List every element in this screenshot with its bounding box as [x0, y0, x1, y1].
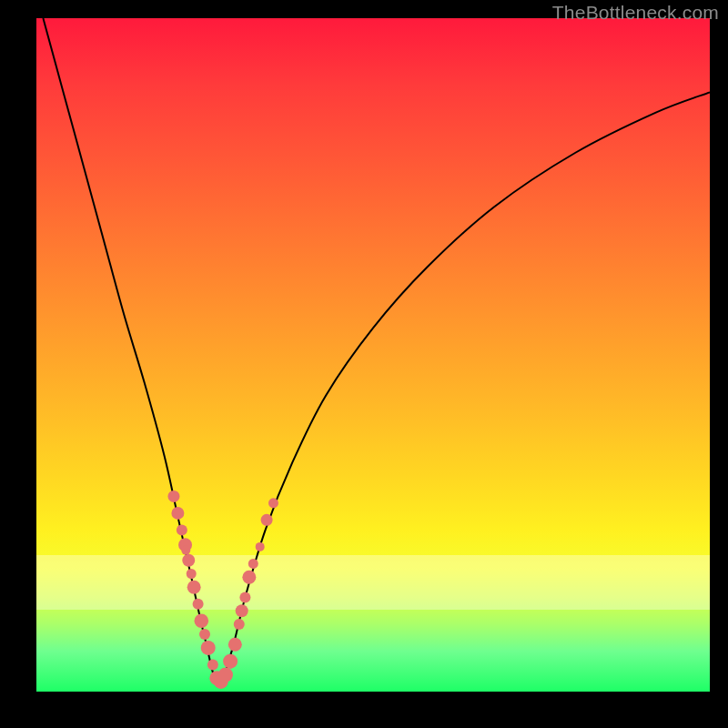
data-marker	[242, 571, 256, 584]
marker-cluster	[167, 490, 278, 689]
data-marker	[195, 614, 209, 629]
data-marker	[187, 569, 197, 579]
data-marker	[218, 668, 233, 682]
data-marker	[193, 599, 204, 610]
data-marker	[268, 498, 278, 508]
data-marker	[261, 514, 273, 526]
data-marker	[228, 638, 242, 652]
data-marker	[236, 604, 248, 617]
data-marker	[207, 659, 218, 670]
data-marker	[256, 542, 265, 551]
data-marker	[187, 581, 201, 594]
data-marker	[239, 592, 250, 602]
chart-svg	[36, 18, 710, 692]
data-marker	[177, 524, 187, 535]
data-marker	[223, 654, 238, 669]
data-marker	[182, 554, 195, 567]
data-marker	[248, 559, 258, 569]
data-marker	[171, 507, 184, 520]
data-marker	[201, 641, 216, 655]
watermark-text: TheBottleneck.com	[552, 2, 719, 24]
bottleneck-curve	[43, 18, 710, 685]
data-marker	[167, 490, 179, 502]
data-marker	[234, 619, 245, 630]
data-marker	[199, 629, 210, 640]
data-marker	[181, 546, 190, 555]
